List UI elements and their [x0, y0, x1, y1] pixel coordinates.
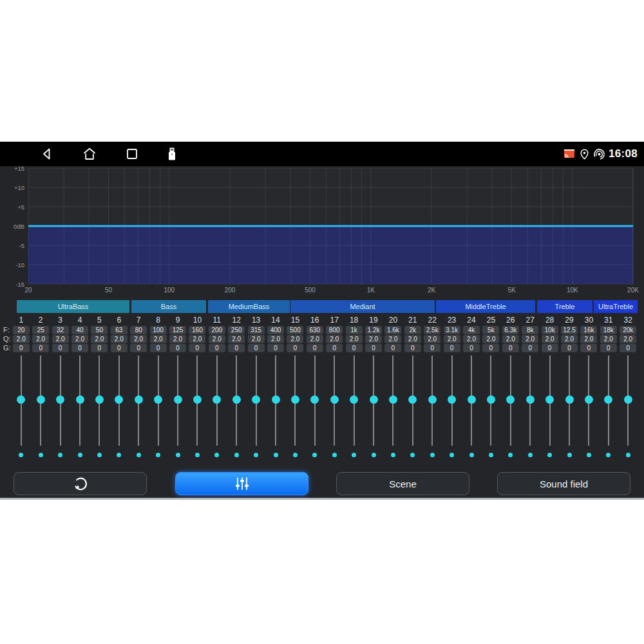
band-6-frequency-value: 63 — [111, 326, 128, 334]
band-32-q-value: 2.0 — [620, 335, 636, 343]
band-19-indicator-dot — [372, 453, 376, 457]
band-8-slider-knob[interactable] — [154, 395, 162, 404]
band-18-frequency-value: 1k — [346, 326, 363, 334]
band-29-frequency-value: 12.5 — [561, 326, 578, 334]
band-19-number: 19 — [364, 316, 383, 325]
svg-text:5K: 5K — [507, 287, 516, 294]
band-22-slider-knob[interactable] — [428, 395, 437, 404]
band-group-bass[interactable]: Bass — [131, 300, 206, 313]
band-15-indicator-dot — [293, 453, 298, 457]
band-13-q-value: 2.0 — [248, 335, 265, 343]
band-2-slider-knob[interactable] — [37, 395, 45, 404]
band-13-slider-knob[interactable] — [252, 395, 260, 404]
band-9-indicator-dot — [176, 453, 180, 457]
band-29-slider-knob[interactable] — [565, 395, 574, 404]
screenshot-page: 16:08 +15+10+50dB-5-10-1520501002005001K… — [0, 0, 644, 644]
band-26-number: 26 — [501, 316, 520, 325]
band-10-slider-knob[interactable] — [193, 395, 202, 404]
reset-button[interactable] — [14, 472, 147, 495]
band-4-slider-knob[interactable] — [76, 395, 84, 404]
freq-row-label: F: — [3, 326, 14, 334]
band-5-slider-knob[interactable] — [95, 395, 104, 404]
recents-icon[interactable] — [124, 146, 140, 162]
band-14-slider-knob[interactable] — [272, 395, 280, 404]
band-32-slider-knob[interactable] — [624, 395, 632, 404]
band-1-slider-knob[interactable] — [17, 395, 25, 404]
band-3-slider-knob[interactable] — [56, 395, 64, 404]
band-12-slider-knob[interactable] — [232, 395, 241, 404]
band-26-q-value: 2.0 — [502, 335, 519, 343]
band-27-slider-knob[interactable] — [526, 395, 535, 404]
band-23-gain-value: 0 — [444, 344, 460, 352]
equalizer-button[interactable] — [175, 472, 308, 495]
svg-text:20K: 20K — [627, 287, 639, 294]
band-4-indicator-dot — [78, 453, 82, 457]
gain-row-label: G: — [3, 344, 14, 352]
band-31-number: 31 — [599, 316, 618, 325]
band-25-number: 25 — [481, 316, 500, 325]
back-icon[interactable] — [39, 146, 55, 162]
band-26-indicator-dot — [508, 453, 513, 457]
reset-icon — [72, 475, 89, 492]
band-22-q-value: 2.0 — [424, 335, 440, 343]
band-group-ultrabass[interactable]: UltraBass — [17, 300, 129, 313]
band-group-mediumbass[interactable]: MediumBass — [208, 300, 290, 313]
band-11-q-value: 2.0 — [209, 335, 225, 343]
band-31-indicator-dot — [606, 453, 611, 457]
band-7-slider-knob[interactable] — [135, 395, 143, 404]
scene-button[interactable]: Scene — [336, 472, 469, 495]
band-3-gain-value: 0 — [52, 344, 69, 352]
band-6-indicator-dot — [117, 453, 121, 457]
band-1-q-value: 2.0 — [13, 335, 30, 343]
band-30-slider-knob[interactable] — [585, 395, 593, 404]
band-6-q-value: 2.0 — [111, 335, 128, 343]
band-31-gain-value: 0 — [600, 344, 617, 352]
usb-device-icon[interactable] — [164, 146, 180, 162]
status-clock: 16:08 — [609, 147, 638, 160]
band-9-slider-knob[interactable] — [174, 395, 182, 404]
band-23-number: 23 — [442, 316, 462, 325]
band-32-number: 32 — [618, 316, 638, 325]
band-group-ultratreble[interactable]: UltraTreble — [594, 300, 638, 313]
band-23-slider-knob[interactable] — [448, 395, 456, 404]
band-17-q-value: 2.0 — [326, 335, 343, 343]
sound-field-button[interactable]: Sound field — [497, 472, 630, 495]
band-24-number: 24 — [462, 316, 481, 325]
band-8-indicator-dot — [156, 453, 160, 457]
band-30-indicator-dot — [587, 453, 591, 457]
band-5-q-value: 2.0 — [91, 335, 108, 343]
band-28-indicator-dot — [547, 453, 552, 457]
band-25-slider-knob[interactable] — [487, 395, 495, 404]
band-20-q-value: 2.0 — [384, 335, 401, 343]
band-group-treble[interactable]: Treble — [537, 300, 592, 313]
band-9-q-value: 2.0 — [169, 335, 186, 343]
band-17-indicator-dot — [332, 453, 337, 457]
svg-text:1K: 1K — [367, 287, 375, 294]
band-15-gain-value: 0 — [287, 344, 303, 352]
band-6-slider-knob[interactable] — [115, 395, 123, 404]
band-18-gain-value: 0 — [346, 344, 363, 352]
band-group-mediant[interactable]: Mediant — [290, 300, 435, 313]
band-17-slider-knob[interactable] — [330, 395, 339, 404]
home-icon[interactable] — [82, 146, 97, 162]
band-16-q-value: 2.0 — [307, 335, 323, 343]
band-14-gain-value: 0 — [267, 344, 284, 352]
band-21-slider-knob[interactable] — [408, 395, 417, 404]
band-7-frequency-value: 80 — [130, 326, 147, 334]
band-15-slider-knob[interactable] — [291, 395, 299, 404]
band-24-slider-knob[interactable] — [468, 395, 476, 404]
band-31-slider-knob[interactable] — [604, 395, 612, 404]
band-29-number: 29 — [560, 316, 579, 325]
band-20-slider-knob[interactable] — [389, 395, 397, 404]
band-19-slider-knob[interactable] — [370, 395, 378, 404]
band-26-slider-knob[interactable] — [506, 395, 515, 404]
band-16-slider-knob[interactable] — [310, 395, 319, 404]
band-18-slider-knob[interactable] — [350, 395, 358, 404]
band-group-middletreble[interactable]: MiddleTreble — [436, 300, 535, 313]
scene-button-label: Scene — [389, 478, 417, 489]
band-27-frequency-value: 8k — [522, 326, 538, 334]
band-28-slider-knob[interactable] — [545, 395, 554, 404]
svg-text:100: 100 — [164, 287, 175, 294]
band-30-q-value: 2.0 — [580, 335, 597, 343]
band-11-slider-knob[interactable] — [213, 395, 221, 404]
